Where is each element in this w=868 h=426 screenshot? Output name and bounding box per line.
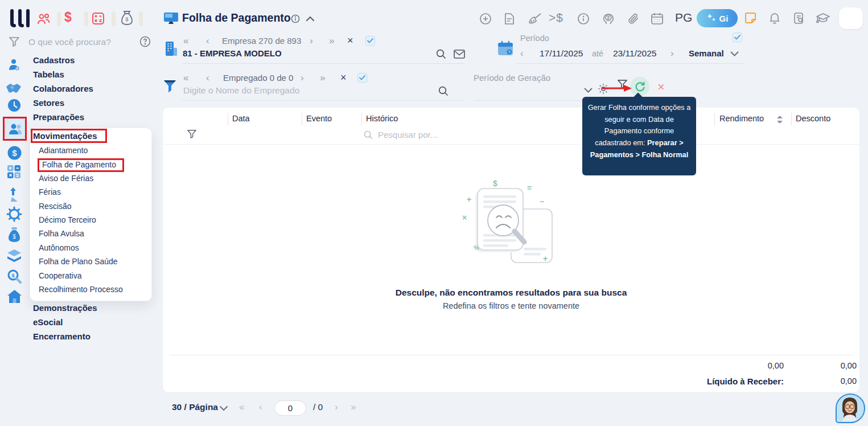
employee-next-button[interactable]: › (301, 72, 304, 84)
topbar-separator (112, 11, 116, 26)
period-underline (517, 63, 743, 64)
calculator-shortcut-icon[interactable] (91, 11, 105, 26)
employee-last-button[interactable]: » (320, 72, 325, 84)
column-header-desconto[interactable]: Desconto (796, 114, 830, 123)
submenu-item-aviso-de-ferias[interactable]: Aviso de Férias (39, 173, 93, 184)
money-bag-shortcut-icon[interactable]: $ (120, 10, 134, 26)
sidebar-item-preparacoes[interactable]: Preparações (33, 111, 84, 124)
submenu-item-folha-avulsa[interactable]: Folha Avulsa (39, 228, 84, 239)
period-checkbox[interactable] (733, 32, 742, 42)
page-title: Folha de Pagamento (182, 11, 291, 24)
period-mode-chevron-icon[interactable] (730, 51, 739, 56)
sort-icon[interactable] (776, 115, 783, 124)
currency-conversion-icon[interactable]: >$ (549, 11, 563, 24)
period-end-date[interactable]: 23/11/2025 (613, 48, 656, 59)
table-search-input[interactable]: Pesquisar por... (378, 130, 437, 140)
sidebar-item-demonstracoes[interactable]: Demonstrações (33, 302, 97, 314)
company-last-button[interactable]: » (329, 35, 334, 47)
notes-icon[interactable] (744, 11, 757, 24)
employee-prev-button[interactable]: ‹ (206, 72, 209, 84)
period-prev-button[interactable]: ‹ (520, 48, 524, 59)
rail-dollar-icon[interactable]: $ (7, 145, 22, 161)
sidebar-item-encerramento[interactable]: Encerramento (33, 330, 90, 343)
submenu-item-folha-plano-saude[interactable]: Folha de Plano Saúde (39, 256, 118, 267)
rail-person-gear-icon[interactable] (7, 58, 22, 72)
company-next-button[interactable]: › (310, 35, 313, 47)
gi-assistant-button[interactable]: Gi (697, 9, 738, 27)
paperclip-icon[interactable] (627, 12, 640, 26)
employee-underline (182, 100, 464, 101)
rail-person-up-icon[interactable] (9, 187, 21, 202)
generate-payroll-button[interactable] (630, 77, 649, 96)
submenu-item-cooperativa[interactable]: Cooperativa (39, 270, 82, 281)
sidebar-item-setores[interactable]: Setores (33, 97, 64, 109)
rail-home-icon[interactable] (7, 289, 22, 304)
calendar-icon[interactable] (651, 12, 664, 25)
page-size-chevron-icon[interactable] (220, 406, 228, 411)
page-number-input[interactable] (274, 400, 306, 416)
period-next-button[interactable]: › (670, 48, 674, 59)
submenu-item-rescisao[interactable]: Rescisão (39, 200, 72, 212)
sidebar-filter-icon[interactable] (9, 36, 20, 47)
generation-chevron-icon[interactable] (584, 88, 593, 93)
pagination-first-button[interactable]: « (239, 402, 244, 413)
period-mode-select[interactable]: Semanal (689, 48, 724, 58)
table-filter-icon[interactable] (187, 129, 197, 139)
rail-gear-icon[interactable] (6, 206, 22, 222)
pg-shortcut[interactable]: PG (675, 11, 692, 24)
employee-clear-button[interactable]: × (340, 72, 347, 84)
people-shortcut-icon[interactable] (36, 12, 51, 26)
rail-search-icon[interactable]: $ (7, 269, 22, 284)
submenu-item-autonomos[interactable]: Autônomos (39, 242, 79, 253)
help-icon[interactable] (139, 36, 151, 47)
rail-layers-icon[interactable] (6, 249, 22, 263)
company-first-button[interactable]: « (183, 35, 188, 47)
rail-clock-icon[interactable] (7, 98, 22, 113)
title-info-icon[interactable] (291, 14, 300, 23)
company-search-icon[interactable] (436, 49, 446, 59)
company-clear-button[interactable]: × (347, 35, 353, 47)
submenu-item-adiantamento[interactable]: Adiantamento (39, 145, 88, 156)
document-icon[interactable] (504, 12, 515, 26)
collapse-header-chevron-icon[interactable] (306, 16, 315, 22)
employee-checkbox[interactable] (357, 73, 367, 83)
pagination-next-button[interactable]: › (335, 402, 338, 413)
column-header-evento[interactable]: Evento (306, 114, 332, 123)
user-avatar-placeholder[interactable] (839, 7, 863, 29)
sidebar-item-colaboradores[interactable]: Colaboradores (33, 83, 93, 95)
column-header-historico[interactable]: Histórico (366, 114, 398, 123)
dollar-shortcut-icon[interactable]: $ (64, 10, 72, 25)
employee-name-input[interactable]: Digite o Nome do Empregado (183, 85, 299, 96)
company-checkbox[interactable] (365, 36, 375, 46)
rail-handshake-icon[interactable] (5, 82, 22, 95)
rail-money-bag-icon[interactable]: $ (7, 227, 22, 243)
sidebar-search-input[interactable]: O que você procura? (28, 37, 111, 47)
document-search-icon[interactable] (793, 12, 805, 24)
period-start-date[interactable]: 17/11/2025 (540, 48, 583, 59)
add-icon[interactable] (479, 13, 492, 25)
sidebar-item-tabelas[interactable]: Tabelas (33, 68, 64, 81)
info-icon[interactable] (577, 13, 590, 25)
page-size-select[interactable]: 30 / Página (172, 402, 218, 412)
column-header-data[interactable]: Data (232, 114, 250, 123)
company-value[interactable]: 81 - EMPRESA MODELO (183, 48, 282, 58)
broom-icon[interactable] (527, 13, 542, 25)
assistant-avatar[interactable] (836, 394, 865, 423)
employee-search-icon[interactable] (438, 86, 449, 96)
submenu-item-recolhimento-processo[interactable]: Recolhimento Processo (39, 284, 123, 295)
sidebar-item-esocial[interactable]: eSocial (33, 316, 63, 329)
graduation-cap-icon[interactable] (816, 12, 830, 25)
bell-icon[interactable] (768, 11, 781, 25)
rail-calculator-icon[interactable] (7, 165, 21, 179)
submenu-item-ferias[interactable]: Férias (39, 186, 61, 198)
assistant-head-icon[interactable] (602, 12, 615, 26)
column-header-rendimento[interactable]: Rendimento (719, 114, 764, 123)
generation-cancel-button[interactable]: × (657, 80, 665, 95)
pagination-last-button[interactable]: » (351, 402, 356, 413)
submenu-item-decimo-terceiro[interactable]: Décimo Terceiro (39, 214, 96, 226)
company-prev-button[interactable]: ‹ (206, 35, 209, 47)
sidebar-item-cadastros[interactable]: Cadastros (33, 54, 75, 67)
pagination-prev-button[interactable]: ‹ (259, 402, 262, 413)
company-mail-icon[interactable] (454, 50, 465, 59)
employee-first-button[interactable]: « (183, 72, 188, 84)
